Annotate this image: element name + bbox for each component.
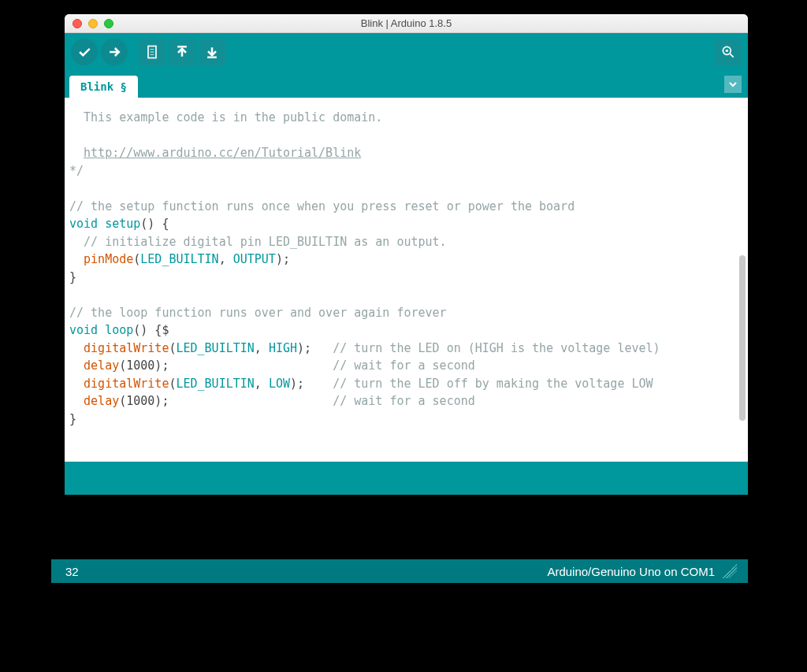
code-keyword: void	[69, 323, 98, 337]
arrow-up-icon	[174, 44, 190, 60]
code-text: }	[69, 270, 76, 284]
serial-monitor-icon	[720, 44, 736, 60]
statusbar: 32 Arduino/Genuino Uno on COM1	[51, 559, 748, 583]
code-fn: digitalWrite	[84, 341, 169, 355]
console-area	[65, 462, 748, 495]
code-comment-end: */	[69, 164, 84, 178]
tab-label: Blink §	[80, 80, 127, 93]
tab-blink[interactable]: Blink §	[69, 76, 138, 98]
svg-line-7	[730, 54, 734, 58]
toolbar	[65, 33, 748, 71]
minimize-icon[interactable]	[88, 19, 98, 28]
scrollbar-thumb[interactable]	[739, 255, 746, 421]
window-title: Blink | Arduino 1.8.5	[65, 17, 748, 29]
traffic-lights	[65, 19, 113, 28]
code-fn-name: loop	[105, 323, 133, 337]
code-const: HIGH	[269, 341, 297, 355]
arrow-right-icon	[106, 44, 122, 60]
code-text: () {$	[133, 323, 169, 337]
code-fn-name: setup	[105, 217, 140, 231]
code-fn: delay	[84, 394, 119, 408]
code-comment: // turn the LED on (HIGH is the voltage …	[333, 341, 660, 355]
code-comment: // wait for a second	[333, 394, 475, 408]
code-keyword: void	[69, 217, 98, 231]
code-comment: // the loop function runs over and over …	[69, 306, 447, 320]
code-text: }	[69, 412, 76, 426]
file-icon	[144, 44, 160, 60]
code-const: LED_BUILTIN	[176, 377, 254, 391]
upload-button[interactable]	[101, 39, 128, 65]
serial-monitor-button[interactable]	[715, 39, 742, 65]
code-comment: This example code is in the public domai…	[69, 110, 382, 124]
zoom-icon[interactable]	[104, 19, 113, 28]
code-const: LED_BUILTIN	[140, 252, 218, 266]
code-comment: // the setup function runs once when you…	[69, 199, 575, 213]
open-button[interactable]	[169, 39, 195, 65]
new-button[interactable]	[139, 39, 165, 65]
tab-menu-button[interactable]	[724, 76, 742, 93]
resize-handle-icon[interactable]	[723, 564, 737, 578]
code-link[interactable]: http://www.arduino.cc/en/Tutorial/Blink	[84, 146, 361, 160]
close-icon[interactable]	[73, 19, 82, 28]
code-editor[interactable]: This example code is in the public domai…	[65, 98, 748, 462]
verify-button[interactable]	[71, 39, 98, 65]
code-comment: // turn the LED off by making the voltag…	[333, 377, 653, 391]
tabbar: Blink §	[65, 71, 748, 98]
arrow-down-icon	[204, 44, 220, 60]
check-icon	[76, 44, 92, 60]
code-comment: // initialize digital pin LED_BUILTIN as…	[69, 235, 447, 249]
status-board: Arduino/Genuino Uno on COM1	[547, 565, 715, 578]
titlebar[interactable]: Blink | Arduino 1.8.5	[65, 14, 748, 33]
chevron-down-icon	[728, 80, 738, 89]
app-window: Blink | Arduino 1.8.5 Blink § Thi	[65, 14, 748, 495]
svg-point-8	[726, 50, 728, 52]
code-const: LED_BUILTIN	[176, 341, 254, 355]
code-comment: // wait for a second	[333, 358, 475, 373]
code-const: LOW	[269, 377, 290, 391]
code-fn: pinMode	[84, 252, 133, 266]
status-line-number: 32	[65, 565, 79, 578]
save-button[interactable]	[199, 39, 225, 65]
code-const: OUTPUT	[233, 252, 276, 266]
code-text: () {	[140, 217, 169, 231]
code-fn: digitalWrite	[84, 377, 169, 391]
code-fn: delay	[84, 358, 119, 373]
